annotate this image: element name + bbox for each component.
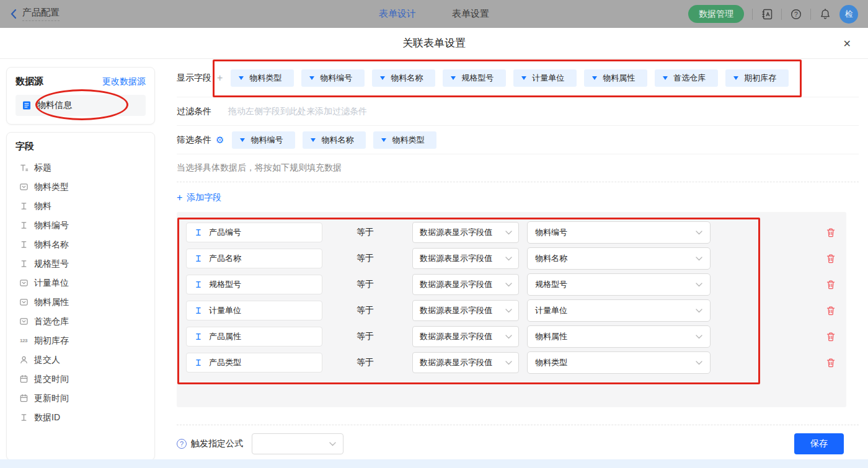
bell-icon[interactable] — [819, 8, 831, 20]
operator-label: 等于 — [356, 227, 375, 238]
datasource-item-label: 物料信息 — [37, 100, 72, 111]
field-item[interactable]: 标题 — [16, 158, 146, 177]
mapping-field-label: 产品名称 — [209, 253, 241, 264]
caret-down-icon — [239, 76, 244, 80]
add-field-button[interactable]: 添加字段 — [177, 192, 221, 203]
value-select[interactable]: 物料名称 — [527, 247, 711, 270]
value-select[interactable]: 物料属性 — [527, 325, 711, 348]
mapping-field-input[interactable]: 产品类型 — [186, 353, 322, 373]
field-item[interactable]: 更新时间 — [16, 389, 146, 408]
trash-icon[interactable] — [826, 254, 836, 264]
mapping-field-input[interactable]: 规格型号 — [186, 275, 322, 294]
address-book-icon[interactable] — [761, 8, 773, 20]
trash-icon[interactable] — [826, 227, 836, 238]
select-icon — [19, 298, 29, 307]
field-item[interactable]: 计量单位 — [16, 273, 146, 293]
page-title: 关联表单设置 — [402, 36, 466, 50]
value-select[interactable]: 物料类型 — [527, 351, 711, 374]
field-item[interactable]: 规格型号 — [16, 254, 146, 273]
source-select[interactable]: 数据源表显示字段值 — [412, 326, 519, 347]
data-manage-button[interactable]: 数据管理 — [688, 5, 744, 23]
field-item-label: 物料属性 — [34, 297, 69, 308]
condition-tag-label: 物料编号 — [250, 135, 283, 146]
settings-panel: 显示字段 物料类型物料编号物料名称规格型号计量单位物料属性首选仓库期初库存 过滤… — [164, 59, 868, 459]
close-icon[interactable] — [843, 37, 851, 49]
formula-help-icon[interactable] — [177, 439, 187, 449]
trash-icon[interactable] — [826, 332, 836, 342]
source-select[interactable]: 数据源表显示字段值 — [412, 248, 519, 269]
field-tag[interactable]: 物料编号 — [301, 69, 365, 87]
source-select-value: 数据源表显示字段值 — [420, 227, 492, 238]
mapping-field-label: 产品类型 — [209, 357, 241, 368]
select-icon — [19, 182, 29, 192]
field-item[interactable]: 数据ID — [16, 408, 146, 427]
field-tag[interactable]: 计量单位 — [513, 69, 577, 87]
save-button[interactable]: 保存 — [794, 433, 844, 454]
field-tag[interactable]: 物料名称 — [372, 69, 435, 87]
value-select[interactable]: 物料编号 — [527, 221, 711, 244]
mapping-field-input[interactable]: 产品名称 — [186, 249, 322, 268]
operator-label: 等于 — [356, 331, 375, 342]
source-select[interactable]: 数据源表显示字段值 — [412, 222, 519, 243]
svg-text:?: ? — [794, 10, 798, 17]
condition-tag[interactable]: 物料名称 — [303, 131, 366, 149]
back-button[interactable]: 产品配置 — [10, 7, 60, 21]
datasource-item[interactable]: 物料信息 — [16, 95, 146, 116]
field-tag[interactable]: 物料属性 — [584, 69, 647, 87]
help-icon[interactable]: ? — [790, 8, 802, 20]
condition-tag[interactable]: 物料类型 — [373, 131, 436, 149]
field-item-label: 规格型号 — [34, 258, 69, 270]
gear-icon[interactable] — [216, 135, 224, 144]
select-icon — [19, 317, 29, 326]
mapping-field-input[interactable]: 产品编号 — [186, 223, 322, 242]
condition-tag[interactable]: 物料编号 — [232, 131, 295, 149]
value-select[interactable]: 规格型号 — [527, 273, 711, 296]
field-item-label: 期初库存 — [34, 335, 69, 347]
field-item[interactable]: 提交时间 — [16, 369, 146, 389]
change-datasource-link[interactable]: 更改数据源 — [102, 76, 146, 87]
select-icon — [19, 278, 29, 288]
plus-icon — [177, 193, 182, 203]
field-tag-label: 物料编号 — [320, 73, 352, 84]
field-item[interactable]: 物料类型 — [16, 177, 146, 196]
field-item[interactable]: 提交人 — [16, 350, 146, 369]
topbar-tab[interactable]: 表单设计 — [379, 8, 416, 20]
field-item[interactable]: 物料编号 — [16, 216, 146, 235]
source-select[interactable]: 数据源表显示字段值 — [412, 274, 519, 295]
field-item[interactable]: 物料属性 — [16, 293, 146, 312]
source-select[interactable]: 数据源表显示字段值 — [412, 352, 519, 373]
trash-icon[interactable] — [826, 306, 836, 316]
source-select[interactable]: 数据源表显示字段值 — [412, 300, 519, 321]
document-icon — [22, 100, 32, 110]
chevron-down-icon — [505, 231, 512, 235]
person-icon — [19, 355, 29, 364]
field-tag[interactable]: 物料类型 — [231, 69, 294, 87]
avatar[interactable]: 检 — [839, 5, 858, 24]
field-tag[interactable]: 期初库存 — [725, 69, 789, 87]
title-icon — [19, 163, 29, 172]
add-display-field-icon[interactable] — [217, 73, 223, 84]
field-tag[interactable]: 规格型号 — [443, 69, 506, 87]
trash-icon[interactable] — [826, 280, 836, 290]
chevron-down-icon — [696, 361, 702, 365]
chevron-down-icon — [329, 442, 336, 446]
trash-icon[interactable] — [826, 358, 836, 368]
source-select-value: 数据源表显示字段值 — [420, 331, 492, 342]
field-tag-label: 规格型号 — [461, 73, 494, 84]
value-select[interactable]: 计量单位 — [527, 299, 711, 322]
field-tag-label: 物料属性 — [603, 73, 635, 84]
caret-down-icon — [309, 76, 314, 80]
field-tag[interactable]: 首选仓库 — [655, 69, 718, 87]
field-item-label: 计量单位 — [34, 278, 69, 289]
field-item[interactable]: 期初库存 — [16, 331, 146, 350]
formula-select[interactable] — [252, 433, 343, 454]
field-tag-label: 期初库存 — [744, 73, 776, 84]
topbar-tab[interactable]: 表单设置 — [452, 8, 489, 20]
text-icon — [194, 228, 203, 237]
field-item[interactable]: 物料 — [16, 196, 146, 216]
mapping-field-input[interactable]: 产品属性 — [186, 327, 322, 347]
filter-dropzone[interactable]: 拖动左侧字段到此处来添加过滤条件 — [228, 106, 367, 117]
field-item[interactable]: 首选仓库 — [16, 312, 146, 331]
field-item[interactable]: 物料名称 — [16, 235, 146, 254]
mapping-field-input[interactable]: 计量单位 — [186, 301, 322, 320]
